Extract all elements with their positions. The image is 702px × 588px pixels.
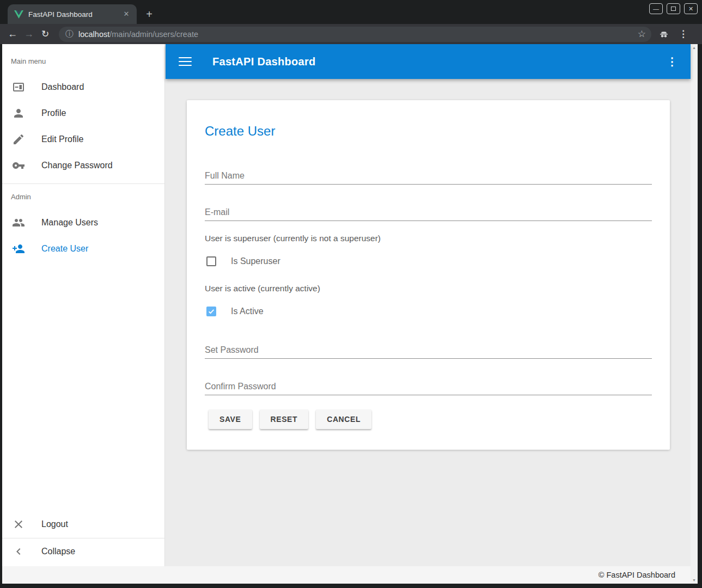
chevron-left-icon	[12, 545, 25, 558]
toolbar-right: ⋮	[658, 28, 686, 40]
key-icon	[12, 159, 25, 172]
pencil-icon	[12, 133, 25, 146]
window-maximize-button[interactable]	[667, 3, 680, 14]
new-tab-button[interactable]: +	[143, 8, 156, 21]
window-close-button[interactable]: ✕	[684, 3, 698, 14]
back-icon[interactable]: ←	[4, 28, 21, 40]
sidebar-item-label: Edit Profile	[41, 134, 83, 144]
sidebar-item-label: Change Password	[41, 161, 113, 170]
tab-title: FastAPI Dashboard	[28, 10, 121, 19]
browser-tab[interactable]: FastAPI Dashboard ✕	[8, 4, 137, 24]
sidebar-section-main-menu: Main menu	[11, 57, 46, 65]
url-host: localhost	[78, 30, 109, 39]
scroll-up-icon[interactable]: ▲	[691, 46, 698, 50]
sidebar-item-manage-users[interactable]: Manage Users	[2, 210, 164, 236]
person-icon	[12, 107, 25, 120]
sidebar-item-create-user[interactable]: Create User	[2, 236, 164, 262]
checkbox-label: Is Superuser	[231, 256, 280, 266]
reload-icon[interactable]: ↻	[37, 28, 53, 40]
tab-strip: FastAPI Dashboard ✕ + — ✕	[0, 0, 702, 24]
window-controls: — ✕	[649, 3, 698, 14]
vue-logo-icon	[14, 10, 23, 19]
address-bar[interactable]: ⓘ localhost/main/admin/users/create ☆	[59, 27, 651, 42]
url-text: localhost/main/admin/users/create	[78, 30, 633, 39]
page-title: Create User	[205, 124, 275, 139]
checkbox-checked-icon[interactable]	[206, 307, 216, 316]
is-superuser-checkbox[interactable]: Is Superuser	[206, 256, 280, 266]
save-button[interactable]: SAVE	[209, 409, 252, 429]
cancel-button[interactable]: CANCEL	[316, 409, 371, 429]
sidebar-item-label: Logout	[41, 519, 68, 529]
email-field[interactable]	[205, 204, 652, 221]
browser-window: FastAPI Dashboard ✕ + — ✕ ← → ↻ ⓘ localh…	[0, 0, 702, 588]
superuser-hint: User is superuser (currently is not a su…	[205, 234, 381, 243]
page-footer: © FastAPI Dashboard	[2, 566, 691, 584]
app-bar-menu-icon[interactable]: ⋮	[667, 55, 677, 68]
app-bar: FastAPI Dashboard ⋮	[166, 44, 691, 79]
confirm-password-field[interactable]	[205, 378, 652, 395]
hamburger-menu-icon[interactable]	[179, 57, 192, 66]
dashboard-icon	[12, 81, 25, 94]
person-add-icon	[12, 242, 25, 255]
sidebar-item-logout[interactable]: Logout	[2, 511, 164, 537]
set-password-field[interactable]	[205, 341, 652, 359]
sidebar-item-change-password[interactable]: Change Password	[2, 152, 164, 179]
incognito-icon	[658, 29, 670, 39]
checkbox-label: Is Active	[231, 307, 264, 316]
sidebar-item-label: Create User	[41, 244, 88, 254]
active-hint: User is active (currently active)	[205, 284, 320, 293]
app-bar-title: FastAPI Dashboard	[212, 56, 316, 68]
sidebar-item-edit-profile[interactable]: Edit Profile	[2, 126, 164, 152]
full-name-field[interactable]	[205, 167, 652, 185]
app-content: Main menu Dashboard Profile Edit Profile	[2, 44, 698, 584]
vertical-scrollbar[interactable]: ▲ ▼	[691, 44, 698, 584]
sidebar: Main menu Dashboard Profile Edit Profile	[2, 44, 165, 566]
sidebar-divider	[2, 183, 164, 184]
scroll-down-icon[interactable]: ▼	[691, 578, 698, 582]
sidebar-item-label: Dashboard	[41, 82, 84, 92]
bookmark-star-icon[interactable]: ☆	[638, 28, 646, 40]
sidebar-item-profile[interactable]: Profile	[2, 100, 164, 126]
copyright-text: © FastAPI Dashboard	[599, 571, 675, 579]
reset-button[interactable]: RESET	[260, 409, 309, 429]
site-info-icon[interactable]: ⓘ	[65, 29, 74, 39]
sidebar-item-label: Collapse	[41, 547, 75, 556]
main-panel: FastAPI Dashboard ⋮ Create User User is …	[166, 44, 691, 566]
browser-toolbar: ← → ↻ ⓘ localhost/main/admin/users/creat…	[0, 24, 702, 44]
form-buttons: SAVE RESET CANCEL	[209, 409, 371, 429]
maximize-icon	[671, 7, 676, 11]
create-user-card: Create User User is superuser (currently…	[187, 100, 670, 450]
window-minimize-button[interactable]: —	[649, 3, 663, 14]
sidebar-item-collapse[interactable]: Collapse	[2, 538, 164, 565]
close-icon	[12, 518, 25, 531]
forward-icon[interactable]: →	[21, 28, 37, 40]
sidebar-section-admin: Admin	[11, 193, 31, 201]
sidebar-item-label: Profile	[41, 108, 66, 118]
sidebar-item-label: Manage Users	[41, 218, 98, 228]
checkbox-unchecked-icon[interactable]	[206, 256, 216, 266]
sidebar-item-dashboard[interactable]: Dashboard	[2, 74, 164, 100]
is-active-checkbox[interactable]: Is Active	[206, 307, 264, 316]
browser-menu-icon[interactable]: ⋮	[679, 28, 686, 40]
tab-close-icon[interactable]: ✕	[121, 9, 131, 19]
people-icon	[12, 216, 25, 229]
url-path: /main/admin/users/create	[109, 30, 198, 39]
